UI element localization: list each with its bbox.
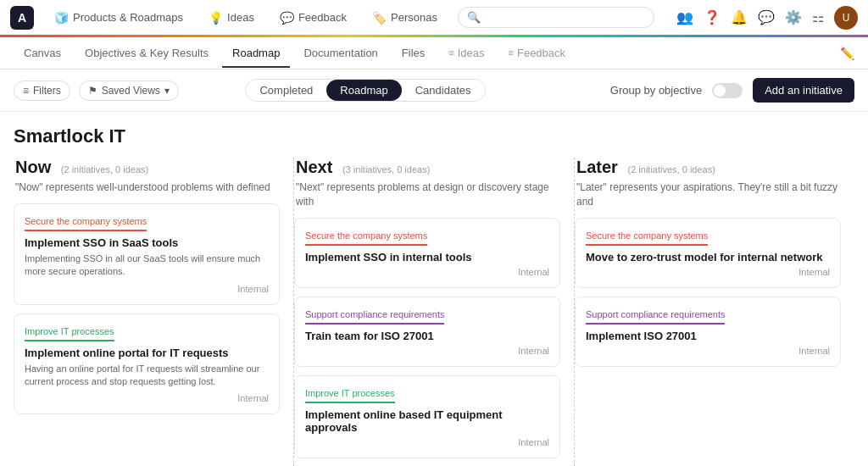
toolbar: ≡ Filters ⚑ Saved Views ▾ Completed Road…	[0, 69, 868, 112]
feedback-icon: 💬	[280, 11, 294, 25]
card-tag-now-1: Internal	[25, 393, 269, 403]
right-toolbar: Group by objective Add an initiative	[610, 78, 854, 103]
tab-canvas[interactable]: Canvas	[14, 40, 71, 68]
column-meta-later: (2 initiatives, 0 ideas)	[628, 164, 715, 175]
segment-candidates[interactable]: Candidates	[402, 80, 485, 101]
column-meta-next: (3 initiatives, 0 ideas)	[342, 164, 430, 175]
column-desc-next: "Next" represents problems at design or …	[296, 180, 560, 209]
card-title-now-0[interactable]: Implement SSO in SaaS tools	[25, 236, 269, 249]
settings-icon[interactable]: ⚙️	[785, 9, 802, 25]
card-tag-now-0: Internal	[25, 284, 269, 294]
nav-personas[interactable]: 🏷️ Personas	[367, 8, 442, 28]
sub-navigation: Canvas Objectives & Key Results Roadmap …	[0, 37, 868, 69]
roadmap-columns: Now (2 initiatives, 0 ideas) "Now" repre…	[14, 158, 854, 466]
card-tag-next-2: Internal	[305, 437, 549, 447]
saved-views-button[interactable]: ⚑ Saved Views ▾	[79, 80, 179, 101]
edit-icon[interactable]: ✏️	[840, 47, 854, 60]
search-box[interactable]: 🔍	[458, 7, 654, 28]
tab-ideas[interactable]: ≡ Ideas	[438, 40, 494, 68]
add-initiative-button[interactable]: Add an initiative	[753, 78, 854, 103]
card-objective-now-0[interactable]: Secure the company systems	[25, 216, 147, 231]
search-icon: 🔍	[467, 11, 481, 24]
chevron-down-icon: ▾	[164, 85, 170, 97]
help-icon[interactable]: ❓	[704, 9, 721, 25]
column-header-now: Now (2 initiatives, 0 ideas) "Now" repre…	[14, 158, 280, 195]
card-desc-now-1: Having an online portal for IT requests …	[25, 363, 269, 389]
page-content: Smartlock IT Now (2 initiatives, 0 ideas…	[0, 112, 868, 466]
nav-products-roadmaps[interactable]: 🧊 Products & Roadmaps	[49, 8, 188, 28]
card-objective-later-0[interactable]: Secure the company systems	[586, 230, 708, 246]
saved-views-icon: ⚑	[88, 85, 97, 97]
tab-okr[interactable]: Objectives & Key Results	[75, 40, 219, 68]
top-right-icons: 👥 ❓ 🔔 💬 ⚙️ ⚏ U	[676, 6, 858, 30]
filter-icon-ideas: ≡	[448, 47, 453, 58]
ideas-icon: 💡	[209, 11, 223, 25]
chat-icon[interactable]: 💬	[758, 9, 775, 25]
card-next-0: Secure the company systemsImplement SSO …	[294, 218, 560, 288]
nav-ideas[interactable]: 💡 Ideas	[203, 8, 259, 28]
card-next-1: Support compliance requirementsTrain tea…	[294, 297, 560, 367]
filter-icon: ≡	[23, 85, 29, 97]
card-title-later-1[interactable]: Implement ISO 27001	[586, 330, 830, 342]
card-later-1: Support compliance requirementsImplement…	[575, 297, 841, 367]
card-title-next-1[interactable]: Train team for ISO 27001	[305, 330, 549, 342]
notification-icon[interactable]: 🔔	[731, 9, 748, 25]
segment-completed[interactable]: Completed	[246, 80, 326, 101]
card-later-0: Secure the company systemsMove to zero-t…	[575, 218, 841, 288]
share-icon[interactable]: 👥	[676, 9, 693, 25]
filter-icon-feedback: ≡	[509, 47, 514, 58]
personas-icon: 🏷️	[372, 11, 387, 25]
column-later: Later (2 initiatives, 0 ideas) "Later" r…	[575, 158, 854, 466]
page-title: Smartlock IT	[14, 125, 854, 147]
top-navigation: A 🧊 Products & Roadmaps 💡 Ideas 💬 Feedba…	[0, 0, 868, 37]
grid-icon[interactable]: ⚏	[812, 9, 824, 25]
column-desc-later: "Later" represents your aspirations. The…	[576, 180, 841, 209]
card-objective-later-1[interactable]: Support compliance requirements	[586, 309, 725, 325]
card-objective-next-2[interactable]: Improve IT processes	[305, 388, 395, 403]
card-now-1: Improve IT processesImplement online por…	[14, 313, 280, 415]
column-title-next: Next	[296, 158, 332, 176]
segment-control: Completed Roadmap Candidates	[245, 79, 485, 102]
tab-files[interactable]: Files	[392, 40, 435, 68]
app-logo[interactable]: A	[10, 6, 34, 30]
card-objective-next-0[interactable]: Secure the company systems	[305, 230, 427, 246]
card-title-now-1[interactable]: Implement online portal for IT requests	[25, 347, 269, 359]
card-tag-later-1: Internal	[586, 346, 830, 356]
tab-feedback[interactable]: ≡ Feedback	[498, 40, 576, 68]
card-tag-next-1: Internal	[305, 346, 549, 356]
card-tag-later-0: Internal	[586, 267, 830, 277]
filters-button[interactable]: ≡ Filters	[14, 80, 70, 101]
column-now: Now (2 initiatives, 0 ideas) "Now" repre…	[14, 158, 294, 466]
user-avatar[interactable]: U	[834, 6, 858, 30]
column-title-later: Later	[576, 158, 618, 176]
column-desc-now: "Now" represents well-understood problem…	[15, 180, 280, 195]
card-tag-next-0: Internal	[305, 267, 549, 277]
card-title-later-0[interactable]: Move to zero-trust model for internal ne…	[586, 251, 830, 264]
group-by-toggle[interactable]	[712, 83, 743, 98]
segment-roadmap[interactable]: Roadmap	[326, 80, 401, 101]
column-next: Next (3 initiatives, 0 ideas) "Next" rep…	[294, 158, 575, 466]
column-meta-now: (2 initiatives, 0 ideas)	[61, 164, 148, 175]
card-desc-now-0: Implementing SSO in all our SaaS tools w…	[25, 252, 269, 279]
column-header-later: Later (2 initiatives, 0 ideas) "Later" r…	[575, 158, 841, 209]
card-next-2: Improve IT processesImplement online bas…	[294, 375, 560, 458]
card-title-next-0[interactable]: Implement SSO in internal tools	[305, 251, 549, 264]
products-icon: 🧊	[54, 11, 69, 25]
column-title-now: Now	[15, 158, 51, 176]
card-title-next-2[interactable]: Implement online based IT equipment appr…	[305, 408, 549, 434]
card-now-0: Secure the company systemsImplement SSO …	[14, 203, 280, 305]
card-objective-now-1[interactable]: Improve IT processes	[25, 326, 114, 341]
tab-documentation[interactable]: Documentation	[293, 40, 387, 68]
nav-feedback[interactable]: 💬 Feedback	[275, 8, 352, 28]
card-objective-next-1[interactable]: Support compliance requirements	[305, 309, 444, 325]
tab-roadmap[interactable]: Roadmap	[222, 40, 290, 68]
column-header-next: Next (3 initiatives, 0 ideas) "Next" rep…	[294, 158, 560, 209]
group-by-label: Group by objective	[610, 84, 702, 97]
